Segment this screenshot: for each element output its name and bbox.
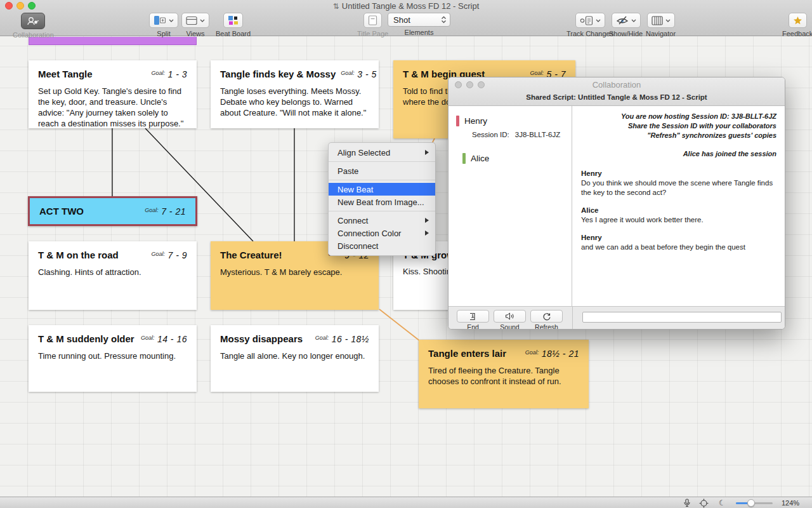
- zoom-slider-thumb[interactable]: [747, 499, 755, 507]
- split-icon: [154, 15, 166, 25]
- show-hide-button[interactable]: [612, 13, 641, 28]
- element-type-select[interactable]: Shot: [388, 13, 450, 27]
- track-changes-button[interactable]: [575, 13, 605, 28]
- views-window-icon: [186, 16, 197, 25]
- chat-transcript: Henry Do you think we should move the sc…: [581, 169, 776, 252]
- menu-item-paste[interactable]: Paste: [329, 164, 435, 177]
- menu-item-connect[interactable]: Connect: [329, 214, 435, 227]
- beat-card-title: T & M suddenly older: [38, 333, 134, 344]
- beat-card-body: Clashing. Hints of attraction.: [38, 267, 187, 277]
- feedback-toolbar-item: Feedback: [782, 13, 812, 37]
- sound-button[interactable]: [494, 310, 526, 323]
- elements-label: Elements: [405, 29, 434, 36]
- views-toolbar-item: Views: [181, 13, 209, 37]
- exit-door-icon: [469, 312, 477, 321]
- end-session-button[interactable]: [457, 310, 489, 323]
- beat-card-title: Mossy disappears: [220, 333, 303, 344]
- chat-message: Henry and we can add a beat before they …: [581, 233, 776, 252]
- beat-card-body: Tired of fleeing the Creature. Tangle ch…: [428, 365, 579, 387]
- beat-card-act-two-selected[interactable]: ACT TWO Goal: 7 - 21: [28, 196, 197, 226]
- beat-board-icon: [228, 15, 239, 25]
- title-page-button[interactable]: [363, 13, 382, 28]
- star-icon: [793, 16, 802, 25]
- stepper-arrows-icon: [441, 16, 447, 23]
- participant-name: Henry: [464, 116, 487, 126]
- zoom-slider[interactable]: [736, 502, 773, 504]
- navigator-icon: [652, 16, 663, 25]
- beat-card-title: Tangle enters lair: [428, 348, 506, 359]
- beat-board-toolbar-item: Beat Board: [216, 13, 251, 37]
- end-button-label: End: [467, 323, 479, 330]
- beat-card-title: The Creature!: [220, 250, 282, 260]
- beat-board-label: Beat Board: [216, 30, 251, 37]
- show-hide-label: Show/Hide: [609, 30, 643, 37]
- beat-goal: Goal: 14 - 16: [141, 333, 187, 345]
- footer-divider: [572, 307, 573, 329]
- collaboration-titlebar[interactable]: Collaboration Shared Script: Untitled Ta…: [449, 77, 785, 106]
- refresh-icon: [542, 312, 551, 321]
- beat-card-body: Set up Gold Key. Tangle's desire to find…: [38, 86, 187, 128]
- chat-panel: You are now hosting Session ID: 3J8-BLLT…: [572, 106, 785, 306]
- chat-message: Alice Yes I agree it would work better t…: [581, 206, 776, 225]
- submenu-arrow-icon: [425, 218, 429, 223]
- microphone-icon[interactable]: [683, 498, 691, 507]
- session-id-value: 3J8-BLLT-6JZ: [515, 131, 560, 138]
- crosshair-icon[interactable]: [699, 498, 709, 508]
- element-type-value: Shot: [393, 15, 410, 25]
- beat-card-title: Tangle finds key & Mossy: [220, 69, 336, 79]
- collaboration-window-title: Collaboration: [449, 80, 785, 90]
- menu-item-align-selected[interactable]: Align Selected: [329, 146, 435, 159]
- split-button[interactable]: [149, 13, 178, 28]
- beat-card-body: Time running out. Pressure mounting.: [38, 351, 187, 361]
- sound-control: Sound: [494, 310, 526, 330]
- session-id-row: Session ID:3J8-BLLT-6JZ: [472, 131, 564, 138]
- beat-card-title: ACT TWO: [39, 206, 84, 217]
- participant-name: Alice: [471, 154, 489, 163]
- beat-card-on-the-road[interactable]: T & M on the road Goal: 7 - 9 Clashing. …: [29, 241, 197, 310]
- beat-goal: Goal: 18½ - 21: [525, 348, 579, 359]
- refresh-button[interactable]: [530, 310, 563, 323]
- navigator-button[interactable]: [647, 13, 675, 28]
- menu-item-disconnect[interactable]: Disconnect: [329, 239, 435, 252]
- participant-host[interactable]: Henry: [456, 116, 564, 126]
- chevron-down-icon: [631, 19, 636, 22]
- navigator-label: Navigator: [646, 30, 676, 37]
- menu-item-new-beat-from-image[interactable]: New Beat from Image...: [329, 196, 435, 208]
- statusbar: ☾ 124%: [0, 497, 812, 508]
- elements-toolbar-item: Shot Elements: [388, 13, 450, 36]
- beat-goal: Goal: 16 - 18½: [315, 333, 369, 345]
- views-button[interactable]: [181, 13, 209, 28]
- join-message: Alice has joined the session: [581, 149, 776, 159]
- participant-guest[interactable]: Alice: [462, 153, 564, 164]
- beat-goal: Goal: 7 - 21: [145, 206, 186, 217]
- beat-card-finds-key[interactable]: Tangle finds key & Mossy Goal: 3 - 5 Tan…: [211, 60, 379, 128]
- speaker-icon: [505, 312, 514, 320]
- show-hide-toolbar-item: Show/Hide: [609, 13, 643, 37]
- chat-input[interactable]: [582, 312, 782, 323]
- menu-item-connection-color[interactable]: Connection Color: [329, 227, 435, 239]
- beat-card-suddenly-older[interactable]: T & M suddenly older Goal: 14 - 16 Time …: [29, 325, 197, 392]
- collaboration-people-icon: [26, 17, 40, 26]
- views-label: Views: [186, 30, 204, 37]
- refresh-button-label: Refresh: [535, 323, 558, 330]
- collaboration-button[interactable]: [21, 13, 45, 29]
- menu-separator: [329, 161, 435, 162]
- navigator-toolbar-item: Navigator: [646, 13, 676, 37]
- chevron-down-icon: [665, 19, 671, 22]
- feedback-button[interactable]: [789, 13, 807, 28]
- titlebar: ⇅Untitled Tangle & Moss FD 12 - Script: [0, 0, 812, 11]
- beat-card-enters-lair[interactable]: Tangle enters lair Goal: 18½ - 21 Tired …: [419, 340, 589, 408]
- beat-card-meet-tangle[interactable]: Meet Tangle Goal: 1 - 3 Set up Gold Key.…: [29, 60, 197, 128]
- collaboration-footer: End Sound Refresh: [449, 306, 785, 329]
- system-message: Share the Session ID with your collabora…: [581, 121, 776, 131]
- beat-card-title: Meet Tangle: [38, 69, 93, 79]
- beat-card-mossy-disappears[interactable]: Mossy disappears Goal: 16 - 18½ Tangle a…: [211, 325, 379, 392]
- end-session-control: End: [457, 310, 489, 330]
- feedback-label: Feedback: [782, 30, 812, 37]
- menu-item-new-beat[interactable]: New Beat: [329, 183, 435, 196]
- beat-board-button[interactable]: [223, 13, 243, 28]
- beat-goal: Goal: 3 - 5: [341, 69, 376, 80]
- collaboration-window: Collaboration Shared Script: Untitled Ta…: [448, 77, 785, 330]
- night-mode-moon-icon[interactable]: ☾: [719, 498, 726, 507]
- split-toolbar-item: Split: [149, 13, 178, 37]
